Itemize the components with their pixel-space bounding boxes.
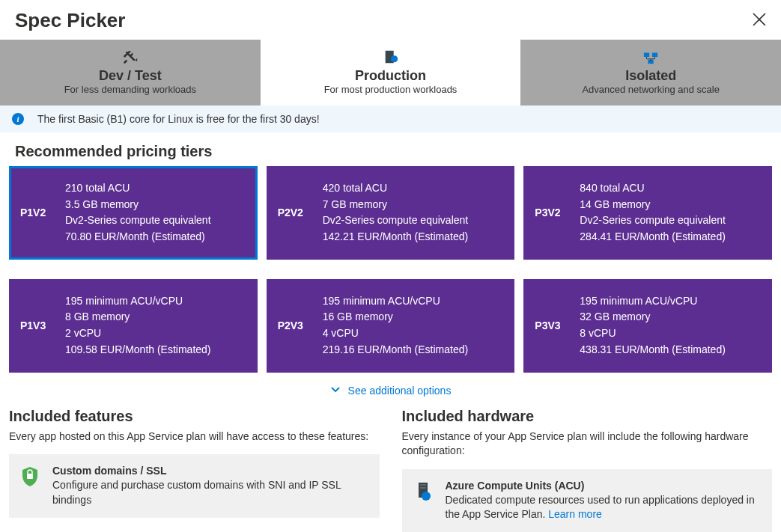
feature-card-desc: Configure and purchase custom domains wi… <box>52 478 368 507</box>
tier-p2v2[interactable]: P2V2 420 total ACU 7 GB memory Dv2-Serie… <box>267 166 515 260</box>
info-text: The first Basic (B1) core for Linux is f… <box>37 113 320 125</box>
hardware-desc: Every instance of your App Service plan … <box>402 429 773 459</box>
tier-code: P2V3 <box>278 319 323 331</box>
svg-rect-3 <box>652 53 657 58</box>
included-hardware-section: Included hardware Every instance of your… <box>402 408 773 533</box>
tier-p3v3[interactable]: P3V3 195 minimum ACU/vCPU 32 GB memory 8… <box>523 279 772 373</box>
tier-code: P3V2 <box>535 207 580 218</box>
recommended-title: Recommended pricing tiers <box>0 132 781 166</box>
features-desc: Every app hosted on this App Service pla… <box>9 429 380 444</box>
tier-code: P2V2 <box>278 207 323 218</box>
learn-more-link[interactable]: Learn more <box>548 508 602 520</box>
tier-specs: 195 minimum ACU/vCPU 8 GB memory 2 vCPU … <box>65 293 211 358</box>
tab-subtitle: For most production workloads <box>261 84 521 95</box>
features-title: Included features <box>9 408 380 425</box>
chevron-down-icon <box>330 385 341 397</box>
hardware-title: Included hardware <box>402 408 773 425</box>
tier-specs: 420 total ACU 7 GB memory Dv2-Series com… <box>323 180 469 245</box>
svg-rect-5 <box>27 474 33 479</box>
shield-icon <box>21 466 39 489</box>
svg-point-9 <box>422 492 431 501</box>
tier-specs: 195 minimum ACU/vCPU 32 GB memory 8 vCPU… <box>580 293 726 358</box>
info-bar: i The first Basic (B1) core for Linux is… <box>0 106 781 132</box>
tab-dev-test[interactable]: Dev / Test For less demanding workloads <box>0 40 261 106</box>
pricing-tiers-grid: P1V2 210 total ACU 3.5 GB memory Dv2-Ser… <box>0 166 781 260</box>
svg-point-1 <box>391 55 398 62</box>
workload-tabs: Dev / Test For less demanding workloads … <box>0 40 781 106</box>
tier-p1v3[interactable]: P1V3 195 minimum ACU/vCPU 8 GB memory 2 … <box>9 279 258 373</box>
feature-card-title: Custom domains / SSL <box>52 465 368 477</box>
tier-code: P1V3 <box>20 319 65 331</box>
page-title: Spec Picker <box>15 9 125 32</box>
pricing-tiers-grid-2: P1V3 195 minimum ACU/vCPU 8 GB memory 2 … <box>0 279 781 373</box>
tab-subtitle: Advanced networking and scale <box>520 84 781 95</box>
included-features-section: Included features Every app hosted on th… <box>9 408 380 533</box>
tier-p1v2[interactable]: P1V2 210 total ACU 3.5 GB memory Dv2-Ser… <box>9 166 258 260</box>
svg-rect-2 <box>644 53 649 58</box>
tier-specs: 210 total ACU 3.5 GB memory Dv2-Series c… <box>65 180 211 245</box>
tools-icon <box>0 49 261 65</box>
network-icon <box>520 49 781 65</box>
tier-specs: 195 minimum ACU/vCPU 16 GB memory 4 vCPU… <box>323 293 469 358</box>
tier-p2v3[interactable]: P2V3 195 minimum ACU/vCPU 16 GB memory 4… <box>267 279 515 373</box>
server-icon <box>261 49 521 65</box>
close-button[interactable] <box>753 11 766 31</box>
tab-title: Isolated <box>520 68 781 84</box>
svg-rect-7 <box>420 484 426 486</box>
tab-production[interactable]: Production For most production workloads <box>261 40 521 106</box>
tab-subtitle: For less demanding workloads <box>0 84 261 95</box>
info-icon: i <box>12 113 24 125</box>
compute-icon <box>414 481 432 504</box>
tab-title: Production <box>261 68 521 84</box>
feature-custom-domains: Custom domains / SSL Configure and purch… <box>9 454 380 518</box>
hardware-card-desc: Dedicated compute resources used to run … <box>446 493 761 522</box>
hardware-acu-card: Azure Compute Units (ACU) Dedicated comp… <box>402 469 773 532</box>
tier-code: P1V2 <box>20 207 65 218</box>
tab-title: Dev / Test <box>0 68 261 84</box>
hardware-card-title: Azure Compute Units (ACU) <box>446 480 761 492</box>
tier-specs: 840 total ACU 14 GB memory Dv2-Series co… <box>580 180 726 245</box>
tab-isolated[interactable]: Isolated Advanced networking and scale <box>520 40 781 106</box>
close-icon <box>753 13 766 26</box>
see-additional-options[interactable]: See additional options <box>0 373 781 403</box>
tier-p3v2[interactable]: P3V2 840 total ACU 14 GB memory Dv2-Seri… <box>523 166 772 260</box>
tier-code: P3V3 <box>535 319 580 331</box>
svg-rect-8 <box>420 487 426 489</box>
